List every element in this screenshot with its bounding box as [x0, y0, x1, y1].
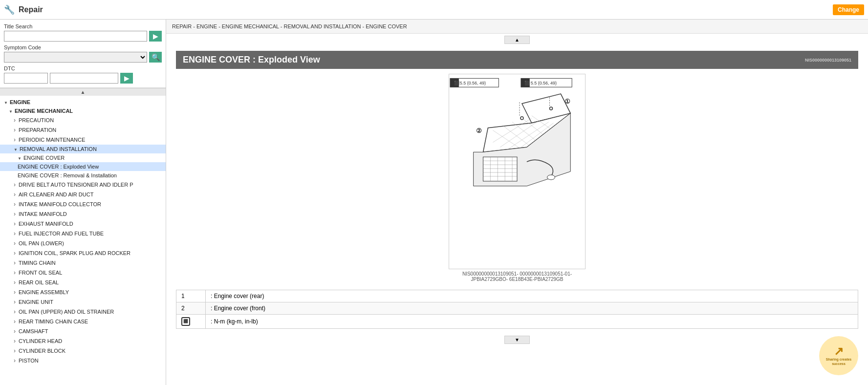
nav-item-label: ENGINE COVER : Removal & Installation: [18, 172, 117, 178]
watermark-arrow: ↗: [834, 345, 844, 357]
nav-item-label: REAR OIL SEAL: [19, 279, 59, 285]
nav-item-engine-unit[interactable]: ENGINE UNIT: [0, 297, 166, 307]
nav-item-rear-timing-chain-case[interactable]: REAR TIMING CHAIN CASE: [0, 317, 166, 326]
symptom-code-select[interactable]: [4, 52, 147, 63]
arrow-right-icon: [14, 289, 17, 296]
arrow-right-icon: [14, 259, 17, 266]
scroll-down-button[interactable]: ▼: [504, 336, 530, 344]
main-content: REPAIR - ENGINE - ENGINE MECHANICAL - RE…: [166, 20, 868, 385]
nav-item-label: CYLINDER HEAD: [19, 338, 62, 344]
dtc-input-1[interactable]: [4, 73, 48, 84]
arrow-right-icon: [14, 201, 17, 208]
nav-item-cylinder-head[interactable]: CYLINDER HEAD: [0, 336, 166, 346]
nav-item-removal-installation[interactable]: REMOVAL AND INSTALLATION: [0, 145, 166, 153]
part-desc: : Engine cover (rear): [206, 290, 858, 302]
svg-point-34: [547, 175, 555, 180]
nav-item-piston[interactable]: PISTON: [0, 356, 166, 365]
symptom-code-label: Symptom Code: [4, 44, 162, 50]
svg-text:⬛: ⬛: [524, 80, 530, 86]
svg-rect-24: [483, 157, 518, 181]
nav-item-label: INTAKE MANIFOLD: [19, 211, 67, 217]
nav-item-exhaust-manifold[interactable]: EXHAUST MANIFOLD: [0, 219, 166, 229]
arrow-right-icon: [14, 269, 17, 276]
arrow-right-icon: [14, 211, 17, 217]
nav-item-label: REAR TIMING CHAIN CASE: [19, 319, 88, 324]
arrow-right-icon: [14, 181, 17, 188]
arrow-right-icon: [14, 279, 17, 286]
nav-item-timing-chain[interactable]: TIMING CHAIN: [0, 258, 166, 268]
sidebar-collapse-button[interactable]: ▲: [0, 88, 166, 96]
nav-item-engine[interactable]: ENGINE: [0, 98, 166, 107]
arrow-right-icon: [14, 240, 17, 247]
scroll-up-button[interactable]: ▲: [504, 36, 530, 44]
arrow-right-icon: [14, 308, 17, 315]
nav-item-engine-cover[interactable]: ENGINE COVER: [0, 153, 166, 162]
nav-item-rear-oil-seal[interactable]: REAR OIL SEAL: [0, 278, 166, 287]
nav-item-drive-belt[interactable]: DRIVE BELT AUTO TENSIONER AND IDLER P: [0, 180, 166, 190]
nav-item-preparation[interactable]: PREPARATION: [0, 125, 166, 135]
dtc-search-button[interactable]: ▶: [120, 73, 133, 84]
table-row: ⬛: N-m (kg-m, in-lb): [176, 315, 858, 329]
engine-diagram-svg: ⬛ 5.5 (0.56, 49) ⬛ 5.5 (0.56, 49): [449, 74, 585, 269]
nav-item-oil-pan-upper[interactable]: OIL PAN (UPPER) AND OIL STRAINER: [0, 307, 166, 317]
nav-item-cylinder-block[interactable]: CYLINDER BLOCK: [0, 346, 166, 356]
nav-item-label: ENGINE MECHANICAL: [15, 108, 73, 114]
nav-item-label: PERIODIC MAINTENANCE: [19, 137, 85, 143]
arrow-right-icon: [14, 191, 17, 198]
arrow-right-icon: [14, 136, 17, 143]
symptom-search-button[interactable]: 🔍: [149, 52, 162, 63]
svg-point-22: [550, 107, 553, 110]
nav-item-intake-manifold-collector[interactable]: INTAKE MANIFOLD COLLECTOR: [0, 199, 166, 209]
section-header: ENGINE COVER : Exploded View NIS00000000…: [176, 51, 858, 69]
dtc-row: ▶: [4, 73, 162, 84]
search-section: Title Search ▶ Symptom Code 🔍 DTC: [0, 20, 166, 88]
arrow-right-icon: [14, 230, 17, 237]
nav-item-engine-assembly[interactable]: ENGINE ASSEMBLY: [0, 287, 166, 297]
torque-icon: ⬛: [181, 317, 190, 326]
nav-item-engine-mechanical[interactable]: ENGINE MECHANICAL: [0, 107, 166, 115]
arrow-right-icon: [14, 328, 17, 335]
diagram-caption: NIS00000000013109051- 0000000013109051-0…: [449, 271, 586, 282]
content-area: ENGINE COVER : Exploded View NIS00000000…: [166, 46, 868, 334]
nav-item-oil-pan-lower[interactable]: OIL PAN (LOWER): [0, 238, 166, 248]
nav-item-precaution[interactable]: PRECAUTION: [0, 115, 166, 125]
section-id: NIS0000000013109051: [805, 58, 851, 63]
symptom-code-group: Symptom Code 🔍: [4, 44, 162, 63]
change-button[interactable]: Change: [833, 4, 864, 15]
nav-item-label: ENGINE COVER : Exploded View: [18, 164, 99, 170]
title-search-input[interactable]: [4, 31, 147, 42]
table-row: 2: Engine cover (front): [176, 302, 858, 315]
arrow-right-icon: [14, 318, 17, 325]
nav-item-front-oil-seal[interactable]: FRONT OIL SEAL: [0, 268, 166, 278]
nav-item-label: OIL PAN (UPPER) AND OIL STRAINER: [19, 309, 114, 315]
nav-item-ignition-coil[interactable]: IGNITION COIL, SPARK PLUG AND ROCKER: [0, 248, 166, 258]
arrow-right-icon: [14, 127, 17, 133]
nav-item-label: OIL PAN (LOWER): [19, 240, 64, 246]
nav-item-periodic-maintenance[interactable]: PERIODIC MAINTENANCE: [0, 135, 166, 145]
arrow-right-icon: [14, 338, 17, 344]
nav-item-label: ENGINE ASSEMBLY: [19, 289, 69, 295]
dtc-input-2[interactable]: [50, 73, 118, 84]
nav-item-fuel-injector[interactable]: FUEL INJECTOR AND FUEL TUBE: [0, 229, 166, 238]
nav-item-label: PISTON: [19, 358, 39, 364]
title-search-group: Title Search ▶: [4, 23, 162, 42]
nav-item-label: ENGINE UNIT: [19, 299, 53, 305]
nav-item-label: EXHAUST MANIFOLD: [19, 221, 73, 227]
part-desc: : N-m (kg-m, in-lb): [206, 315, 858, 329]
nav-item-engine-cover-removal[interactable]: ENGINE COVER : Removal & Installation: [0, 171, 166, 180]
nav-item-label: TIMING CHAIN: [19, 260, 56, 266]
main-layout: Title Search ▶ Symptom Code 🔍 DTC: [0, 20, 868, 385]
nav-item-engine-cover-exploded[interactable]: ENGINE COVER : Exploded View: [0, 162, 166, 171]
arrow-down-icon: [9, 108, 13, 114]
nav-item-label: FUEL INJECTOR AND FUEL TUBE: [19, 231, 104, 236]
nav-item-air-cleaner[interactable]: AIR CLEANER AND AIR DUCT: [0, 190, 166, 199]
nav-item-label: CAMSHAFT: [19, 328, 48, 334]
nav-item-intake-manifold[interactable]: INTAKE MANIFOLD: [0, 209, 166, 219]
nav-item-label: INTAKE MANIFOLD COLLECTOR: [19, 201, 101, 207]
title-search-button[interactable]: ▶: [149, 31, 162, 42]
svg-point-21: [521, 117, 523, 120]
arrow-down-icon: [4, 99, 8, 105]
svg-text:⬛: ⬛: [454, 80, 460, 86]
nav-item-camshaft[interactable]: CAMSHAFT: [0, 326, 166, 336]
arrow-right-icon: [14, 299, 17, 305]
